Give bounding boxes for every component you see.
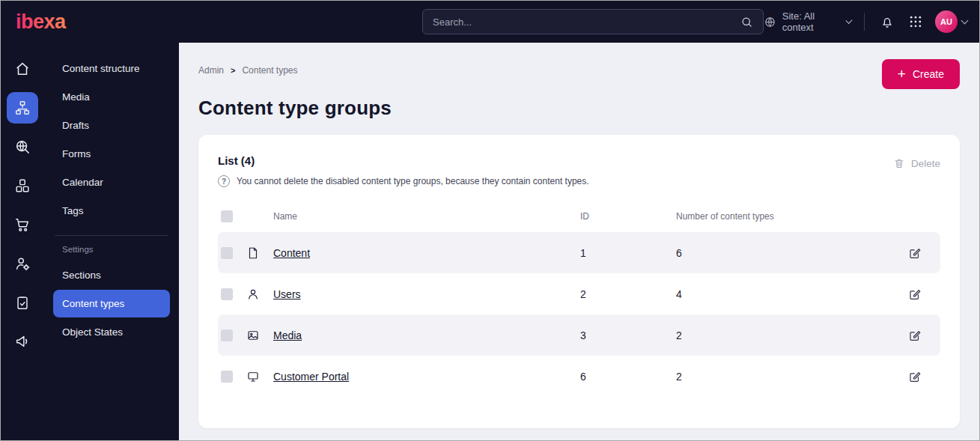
apps-grid-button[interactable] (907, 11, 925, 32)
table-header-row: Name ID Number of content types (218, 201, 940, 232)
sidebar-item-tags[interactable]: Tags (53, 197, 170, 225)
sitemap-icon (14, 100, 31, 116)
help-icon: ? (218, 175, 230, 187)
sidebar: Content structureMediaDraftsFormsCalenda… (44, 43, 179, 440)
sidebar-menu: Content structureMediaDraftsFormsCalenda… (53, 55, 170, 225)
search-placeholder: Search... (433, 16, 472, 28)
select-all-checkbox[interactable] (221, 210, 233, 222)
row-checkbox[interactable] (221, 288, 233, 300)
globe-search-icon (14, 139, 31, 155)
row-checkbox[interactable] (221, 247, 233, 259)
rail-dashboard-button[interactable] (7, 53, 38, 85)
user-menu[interactable]: AU (935, 10, 967, 33)
column-header-count: Number of content types (676, 211, 904, 222)
content-type-groups-card: List (4) ? You cannot delete the disable… (198, 135, 960, 428)
edit-button[interactable] (904, 366, 925, 387)
top-bar: ibexa Search... Site: All context (1, 1, 979, 43)
rail-site-button[interactable] (7, 131, 38, 162)
ibexa-logo[interactable]: ibexa (1, 10, 179, 34)
topbar-controls: Site: All context (764, 10, 967, 33)
clipboard-check-icon (14, 294, 31, 311)
avatar[interactable]: AU (935, 10, 958, 33)
rail-users-button[interactable] (7, 248, 38, 279)
icon-rail (1, 43, 44, 440)
rail-admin-button[interactable] (7, 287, 38, 318)
app-window: ibexa Search... Site: All context (0, 0, 980, 441)
user-gear-icon (14, 255, 31, 272)
column-header-name: Name (273, 211, 580, 222)
image-icon (246, 329, 273, 342)
row-checkbox[interactable] (221, 329, 233, 341)
page-title: Content type groups (198, 97, 960, 120)
chevron-down-icon (845, 16, 852, 23)
sidebar-item-forms[interactable]: Forms (53, 140, 170, 168)
row-count: 4 (676, 288, 904, 300)
apps-grid-icon (908, 14, 923, 29)
breadcrumb-separator: > (231, 66, 235, 75)
ibexa-logo-image: ibexa (16, 10, 85, 34)
user-icon (246, 288, 273, 301)
content-type-group-link[interactable]: Users (273, 288, 580, 300)
sidebar-item-calendar[interactable]: Calendar (53, 168, 170, 196)
table-row: Customer Portal62 (218, 356, 940, 397)
hint: ? You cannot delete the disabled content… (218, 175, 589, 187)
content-type-groups-table: Name ID Number of content types Content1… (218, 201, 940, 397)
list-title: List (4) (218, 154, 589, 167)
monitor-icon (246, 370, 273, 383)
search-input[interactable]: Search... (422, 9, 764, 34)
row-id: 1 (580, 247, 676, 259)
plus-icon: + (898, 67, 906, 81)
sidebar-settings-menu: SectionsContent typesObject States (53, 261, 170, 346)
chevron-down-icon (961, 16, 969, 24)
main-content: Admin > Content types + Create Content t… (179, 43, 979, 440)
rail-products-button[interactable] (7, 170, 38, 201)
row-id: 2 (580, 288, 676, 300)
site-context-selector[interactable]: Site: All context (764, 10, 851, 33)
edit-button[interactable] (904, 243, 925, 264)
sidebar-item-media[interactable]: Media (53, 83, 170, 111)
edit-button[interactable] (904, 325, 925, 346)
sidebar-item-content-structure[interactable]: Content structure (53, 55, 170, 82)
row-checkbox[interactable] (221, 371, 233, 383)
table-row: Content16 (218, 232, 940, 273)
table-row: Users24 (218, 273, 940, 314)
sidebar-item-drafts[interactable]: Drafts (53, 112, 170, 139)
file-icon (246, 246, 273, 260)
sidebar-item-sections[interactable]: Sections (53, 261, 170, 289)
divider (864, 13, 865, 31)
create-button[interactable]: + Create (882, 59, 960, 89)
table-body: Content16Users24Media32Customer Portal62 (218, 232, 940, 397)
megaphone-icon (14, 333, 31, 350)
content-type-group-link[interactable]: Content (273, 247, 580, 259)
create-button-label: Create (913, 68, 944, 80)
notifications-button[interactable] (877, 11, 896, 32)
sidebar-section-label: Settings (53, 245, 170, 261)
bell-icon (880, 14, 895, 29)
trash-icon (893, 157, 905, 169)
hint-text: You cannot delete the disabled content t… (237, 176, 589, 186)
rail-commerce-button[interactable] (7, 209, 38, 240)
sidebar-item-object-states[interactable]: Object States (53, 318, 170, 346)
content-type-group-link[interactable]: Media (273, 329, 580, 341)
delete-button-label: Delete (911, 158, 940, 169)
rail-content-button[interactable] (7, 92, 38, 124)
breadcrumb: Admin > Content types (198, 65, 298, 76)
search-icon (740, 16, 753, 28)
edit-button[interactable] (904, 284, 925, 305)
cart-icon (14, 216, 31, 233)
content-type-group-link[interactable]: Customer Portal (273, 371, 580, 383)
svg-text:ibexa: ibexa (16, 10, 67, 33)
row-id: 6 (580, 371, 676, 383)
column-header-id: ID (580, 211, 676, 222)
delete-button[interactable]: Delete (893, 157, 940, 169)
globe-icon (764, 16, 776, 28)
rail-marketing-button[interactable] (7, 326, 38, 357)
home-icon (14, 61, 31, 77)
table-row: Media32 (218, 314, 940, 356)
sidebar-item-content-types[interactable]: Content types (53, 290, 170, 317)
row-count: 6 (676, 247, 904, 259)
breadcrumb-admin[interactable]: Admin (198, 65, 224, 76)
row-id: 3 (580, 329, 676, 341)
site-context-label: Site: All context (782, 10, 841, 33)
row-count: 2 (676, 371, 904, 383)
